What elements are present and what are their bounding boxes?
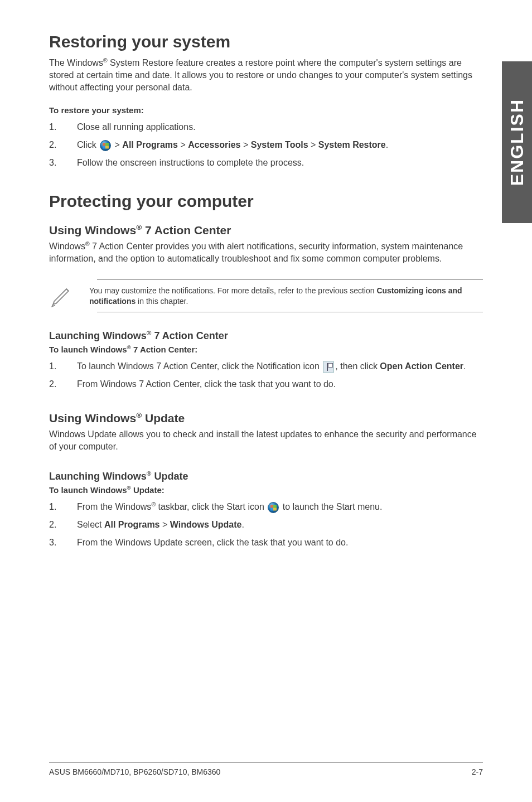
note-text: You may customize the notifications. For… <box>89 280 483 312</box>
note-box: You may customize the notifications. For… <box>49 279 483 313</box>
launch-ac-step-1: 1. To launch Windows 7 Action Center, cl… <box>49 360 483 373</box>
launch-update-step-3: 3. From the Windows Update screen, click… <box>49 536 483 549</box>
launch-action-center-sub: To launch Windows® 7 Action Center: <box>49 344 483 354</box>
restore-step-3: 3. Follow the onscreen instructions to c… <box>49 156 483 170</box>
restoring-intro: The Windows® System Restore feature crea… <box>49 57 483 93</box>
action-center-intro: Windows® 7 Action Center provides you wi… <box>49 240 483 265</box>
windows-update-intro: Windows Update allows you to check and i… <box>49 428 483 452</box>
subheading-launch-action-center: Launching Windows® 7 Action Center <box>49 329 483 342</box>
footer-right: 2-7 <box>472 767 483 776</box>
notification-flag-icon <box>323 361 334 373</box>
launch-update-step-1: 1. From the Windows® taskbar, click the … <box>49 500 483 514</box>
heading-protecting: Protecting your computer <box>49 192 483 211</box>
restore-steps-list: 1. Close all running applications. 2. Cl… <box>49 120 483 170</box>
launch-update-steps: 1. From the Windows® taskbar, click the … <box>49 500 483 549</box>
footer-left: ASUS BM6660/MD710, BP6260/SD710, BM6360 <box>49 767 220 776</box>
launch-ac-step-2: 2. From Windows 7 Action Center, click t… <box>49 378 483 391</box>
subheading-action-center: Using Windows® 7 Action Center <box>49 223 483 237</box>
launch-update-step-2: 2. Select All Programs > Windows Update. <box>49 518 483 532</box>
language-tab-text: ENGLISH <box>507 99 528 186</box>
language-tab: ENGLISH <box>502 61 532 223</box>
restore-step-2: 2. Click > All Programs > Accessories > … <box>49 138 483 152</box>
heading-restoring: Restoring your system <box>49 32 483 51</box>
start-orb-icon <box>268 502 279 513</box>
subheading-windows-update: Using Windows® Update <box>49 411 483 425</box>
note-pencil-icon <box>49 284 74 308</box>
restore-step-1: 1. Close all running applications. <box>49 120 483 134</box>
launch-action-center-steps: 1. To launch Windows 7 Action Center, cl… <box>49 360 483 391</box>
subheading-launch-update: Launching Windows® Update <box>49 470 483 482</box>
launch-update-sub: To launch Windows® Update: <box>49 485 483 495</box>
page-footer: ASUS BM6660/MD710, BP6260/SD710, BM6360 … <box>49 762 483 776</box>
restore-steps-title: To restore your system: <box>49 105 483 115</box>
start-orb-icon <box>100 140 111 151</box>
svg-line-0 <box>66 289 69 291</box>
